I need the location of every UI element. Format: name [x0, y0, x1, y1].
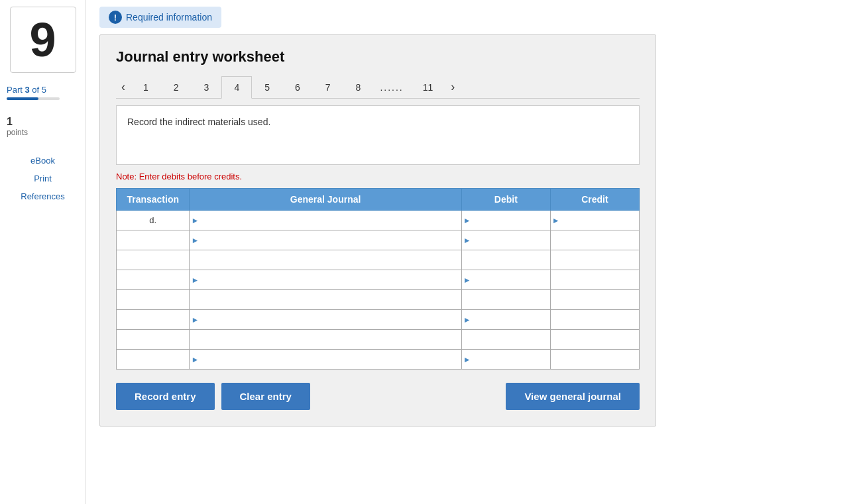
debit-input[interactable]: [462, 330, 550, 349]
gj-input[interactable]: [190, 290, 461, 309]
debit-cell[interactable]: ►: [461, 211, 550, 230]
gj-cell[interactable]: ►: [190, 350, 461, 370]
worksheet-title: Journal entry worksheet: [116, 48, 640, 66]
credit-cell[interactable]: [550, 350, 639, 370]
col-transaction: Transaction: [117, 189, 190, 211]
debit-cell[interactable]: [461, 290, 550, 310]
table-row: [117, 330, 640, 350]
debit-cell[interactable]: ►: [461, 230, 550, 250]
tab-3[interactable]: 3: [192, 76, 222, 99]
table-row: d. ► ► ►: [117, 211, 640, 230]
credit-cell[interactable]: [550, 250, 639, 270]
debit-input[interactable]: [462, 310, 550, 329]
gj-input[interactable]: [190, 310, 461, 329]
credit-cell[interactable]: [550, 290, 639, 310]
debit-input[interactable]: [462, 230, 550, 250]
tab-6[interactable]: 6: [282, 76, 313, 99]
progress-bar-fill: [7, 97, 38, 100]
credit-input[interactable]: [551, 290, 639, 309]
col-general-journal: General Journal: [190, 189, 461, 211]
points-section: 1 points: [7, 116, 79, 137]
credit-input[interactable]: [551, 250, 639, 270]
table-row: [117, 250, 640, 270]
col-debit: Debit: [461, 189, 550, 211]
debit-input[interactable]: [462, 211, 550, 230]
sidebar-links: eBook Print References: [7, 153, 79, 204]
transaction-cell: [117, 350, 190, 370]
credit-cell[interactable]: [550, 270, 639, 290]
debit-cell[interactable]: ►: [461, 310, 550, 330]
gj-input[interactable]: [190, 330, 461, 349]
worksheet-container: Journal entry worksheet ‹ 1 2 3 4 5 6 7 …: [99, 34, 656, 427]
gj-cell[interactable]: ►: [190, 230, 461, 250]
tab-11[interactable]: 11: [410, 76, 446, 99]
button-row: Record entry Clear entry View general jo…: [116, 383, 640, 410]
gj-cell[interactable]: ►: [190, 211, 461, 230]
gj-cell[interactable]: [190, 330, 461, 350]
clear-entry-button[interactable]: Clear entry: [221, 383, 310, 410]
tab-4[interactable]: 4: [221, 76, 252, 99]
table-row: ► ►: [117, 270, 640, 290]
debit-cell[interactable]: [461, 250, 550, 270]
view-general-journal-button[interactable]: View general journal: [506, 383, 640, 410]
gj-input[interactable]: [190, 250, 461, 270]
debit-cell[interactable]: ►: [461, 270, 550, 290]
credit-input[interactable]: [551, 350, 639, 369]
tab-7[interactable]: 7: [313, 76, 343, 99]
transaction-cell: [117, 230, 190, 250]
tab-1[interactable]: 1: [131, 76, 161, 99]
credit-input[interactable]: [551, 270, 639, 289]
credit-input[interactable]: [551, 330, 639, 349]
gj-input[interactable]: [190, 270, 461, 289]
transaction-cell: [117, 270, 190, 290]
part-text: Part 3 of 5: [7, 85, 79, 95]
debit-input[interactable]: [462, 250, 550, 270]
part-info: Part 3 of 5: [7, 85, 79, 100]
next-tab-button[interactable]: ›: [445, 77, 460, 97]
points-label: points: [7, 128, 79, 137]
debit-input[interactable]: [462, 290, 550, 309]
tab-5[interactable]: 5: [252, 76, 282, 99]
transaction-cell: [117, 310, 190, 330]
print-link[interactable]: Print: [7, 171, 79, 186]
references-link[interactable]: References: [7, 189, 79, 204]
info-icon: !: [109, 11, 122, 24]
tab-2[interactable]: 2: [161, 76, 192, 99]
transaction-cell: d.: [117, 211, 190, 230]
debit-cell[interactable]: [461, 330, 550, 350]
gj-cell[interactable]: ►: [190, 270, 461, 290]
credit-cell[interactable]: ►: [550, 211, 639, 230]
credit-input[interactable]: [551, 310, 639, 329]
debit-cell[interactable]: ►: [461, 350, 550, 370]
required-info-banner: ! Required information: [99, 7, 221, 28]
progress-bar: [7, 97, 60, 100]
gj-cell[interactable]: [190, 250, 461, 270]
prev-tab-button[interactable]: ‹: [116, 77, 131, 97]
transaction-cell: [117, 290, 190, 310]
gj-input[interactable]: [190, 350, 461, 369]
instruction-text: Record the indirect materials used.: [127, 117, 270, 127]
instruction-box: Record the indirect materials used.: [116, 105, 640, 165]
sidebar: 9 Part 3 of 5 1 points eBook Print Refer…: [0, 0, 86, 504]
gj-cell[interactable]: ►: [190, 310, 461, 330]
transaction-cell: [117, 250, 190, 270]
record-entry-button[interactable]: Record entry: [116, 383, 215, 410]
gj-cell[interactable]: [190, 290, 461, 310]
credit-cell[interactable]: [550, 230, 639, 250]
credit-input[interactable]: [551, 230, 639, 250]
credit-cell[interactable]: [550, 310, 639, 330]
debit-input[interactable]: [462, 350, 550, 369]
table-row: ► ►: [117, 310, 640, 330]
gj-input[interactable]: [190, 211, 461, 230]
table-row: ► ►: [117, 350, 640, 370]
credit-cell[interactable]: [550, 330, 639, 350]
ebook-link[interactable]: eBook: [7, 153, 79, 168]
gj-input[interactable]: [190, 230, 461, 250]
tab-nav: ‹ 1 2 3 4 5 6 7 8 ...... 11 ›: [116, 76, 640, 99]
debit-input[interactable]: [462, 270, 550, 289]
col-credit: Credit: [550, 189, 639, 211]
tab-8[interactable]: 8: [343, 76, 374, 99]
journal-table: Transaction General Journal Debit Credit…: [116, 188, 640, 370]
credit-input[interactable]: [551, 211, 639, 230]
points-value: 1: [7, 116, 79, 128]
